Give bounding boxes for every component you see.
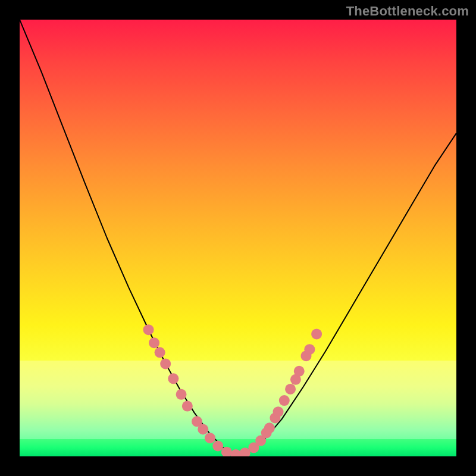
curve-dot bbox=[205, 433, 215, 443]
watermark-text: TheBottleneck.com bbox=[346, 4, 469, 19]
curve-dot bbox=[168, 373, 178, 384]
curve-dot bbox=[212, 440, 223, 451]
curve-dot bbox=[279, 395, 290, 406]
curve-dot bbox=[230, 449, 241, 456]
curve-dot bbox=[182, 401, 193, 412]
curve-dot bbox=[304, 344, 315, 355]
curve-dot bbox=[294, 366, 305, 377]
curve-dots-group bbox=[143, 324, 322, 456]
curve-dot bbox=[273, 406, 284, 417]
bottleneck-curve bbox=[20, 20, 456, 456]
curve-dot bbox=[198, 424, 208, 434]
curve-dot bbox=[264, 422, 275, 433]
curve-dot bbox=[285, 384, 296, 394]
outer-frame: TheBottleneck.com bbox=[0, 0, 476, 476]
curve-dot bbox=[311, 328, 322, 339]
curve-dot bbox=[143, 324, 154, 335]
curve-dot bbox=[160, 358, 171, 369]
curve-dot bbox=[176, 389, 187, 400]
curve-dot bbox=[155, 347, 165, 358]
curve-dot bbox=[149, 337, 159, 348]
curve-layer bbox=[20, 20, 456, 456]
plot-area bbox=[20, 20, 456, 456]
